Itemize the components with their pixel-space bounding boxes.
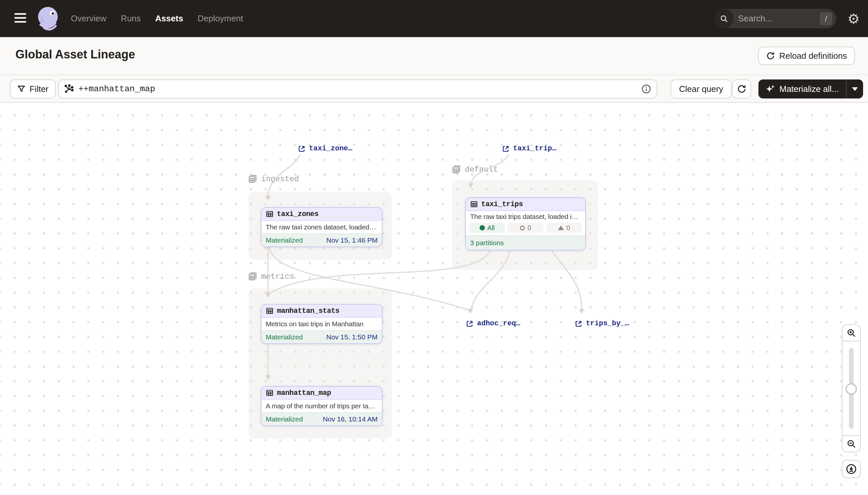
chevron-down-icon: [852, 87, 858, 91]
external-link-icon: [575, 320, 583, 328]
status-badge: Materialized: [266, 236, 303, 244]
materialize-all-button[interactable]: Materialize all...: [758, 80, 863, 99]
asset-node-taxi-trips[interactable]: taxi_trips The raw taxi trips dataset, l…: [465, 197, 586, 251]
materialize-dropdown-button[interactable]: [846, 80, 863, 99]
partitions-all-badge: All: [469, 223, 505, 233]
reload-definitions-button[interactable]: Reload definitions: [758, 47, 855, 65]
page-title: Global Asset Lineage: [15, 48, 135, 62]
dagster-logo-icon: [34, 4, 63, 33]
partitions-failed-badge: 0: [508, 223, 543, 233]
download-icon: [846, 463, 857, 475]
zoom-slider-handle[interactable]: [846, 383, 857, 395]
materialization-timestamp[interactable]: Nov 15, 1:46 PM: [326, 236, 377, 244]
partitions-missing-badge: 0: [546, 223, 582, 233]
page-header: Global Asset Lineage Reload definitions: [0, 37, 868, 75]
asset-name: manhattan_map: [277, 389, 331, 397]
table-icon: [266, 389, 273, 397]
external-asset-link-taxi-trip[interactable]: taxi_trip…: [502, 144, 556, 153]
dagster-app: Overview Runs Assets Deployment / ⚙ Glob…: [0, 0, 868, 495]
lineage-toolbar: Filter Clear query: [0, 75, 868, 103]
zoom-out-button[interactable]: [843, 435, 860, 452]
partition-health-badges: All 0 0: [466, 222, 585, 235]
download-image-button[interactable]: [842, 460, 861, 478]
success-dot-icon: [480, 225, 485, 231]
lineage-query-icon: [64, 84, 74, 94]
asset-node-taxi-zones[interactable]: taxi_zones The raw taxi zones dataset, l…: [261, 207, 383, 247]
search-input[interactable]: [733, 14, 820, 24]
status-badge: Materialized: [266, 333, 303, 341]
nav-item-overview[interactable]: Overview: [71, 14, 106, 24]
refresh-icon: [766, 51, 775, 61]
asset-description: The raw taxi zones dataset, loaded int..…: [262, 221, 382, 233]
zoom-out-icon: [846, 439, 856, 449]
zoom-slider[interactable]: [843, 341, 860, 435]
asset-name: taxi_zones: [277, 210, 319, 218]
zoom-control-panel: [842, 324, 861, 452]
status-badge: Materialized: [266, 415, 303, 423]
asset-node-manhattan-stats[interactable]: manhattan_stats Metrics on taxi trips in…: [261, 304, 383, 344]
clear-query-button[interactable]: Clear query: [671, 80, 731, 99]
asset-query-input[interactable]: [78, 84, 641, 94]
asset-query-box[interactable]: [58, 80, 657, 99]
asset-description: A map of the number of trips per taxi z.…: [262, 400, 382, 412]
external-link-icon: [502, 145, 510, 153]
lineage-edges: [0, 103, 868, 495]
external-link-icon: [466, 320, 474, 328]
asset-description: Metrics on taxi trips in Manhattan: [262, 318, 382, 330]
materialization-timestamp[interactable]: Nov 16, 10:14 AM: [323, 415, 377, 423]
asset-node-manhattan-map[interactable]: manhattan_map A map of the number of tri…: [261, 386, 383, 426]
filter-button[interactable]: Filter: [10, 80, 56, 99]
table-icon: [266, 210, 273, 218]
global-search[interactable]: /: [714, 9, 836, 28]
hamburger-menu-icon[interactable]: [14, 13, 26, 24]
lineage-canvas[interactable]: ingested default metrics: [0, 103, 868, 495]
nav-item-deployment[interactable]: Deployment: [197, 14, 243, 24]
search-icon: [714, 9, 733, 28]
external-asset-link-trips-by[interactable]: trips_by_…: [575, 319, 629, 328]
top-nav-bar: Overview Runs Assets Deployment / ⚙: [0, 0, 868, 37]
external-link-icon: [298, 145, 306, 153]
triangle-icon: [558, 225, 564, 230]
info-icon[interactable]: [641, 84, 652, 94]
asset-name: taxi_trips: [481, 200, 523, 208]
primary-nav: Overview Runs Assets Deployment: [71, 0, 243, 37]
search-shortcut-badge: /: [820, 12, 832, 25]
gear-icon[interactable]: ⚙: [846, 11, 862, 27]
zoom-in-button[interactable]: [843, 325, 860, 341]
asset-name: manhattan_stats: [277, 307, 339, 315]
partitions-count: 3 partitions: [470, 239, 504, 247]
sparkle-icon: [766, 84, 776, 94]
nav-item-runs[interactable]: Runs: [121, 14, 141, 24]
materialization-timestamp[interactable]: Nov 15, 1:50 PM: [326, 333, 377, 341]
table-icon: [266, 307, 273, 315]
funnel-icon: [17, 85, 25, 93]
refresh-query-button[interactable]: [732, 80, 751, 99]
nav-item-assets[interactable]: Assets: [155, 14, 183, 24]
external-asset-link-adhoc-req[interactable]: adhoc_req…: [466, 319, 520, 328]
refresh-icon: [737, 84, 747, 94]
asset-description: The raw taxi trips dataset, loaded into …: [466, 211, 585, 222]
zoom-in-icon: [846, 328, 856, 338]
empty-circle-icon: [520, 225, 525, 231]
table-icon: [470, 200, 478, 208]
external-asset-link-taxi-zone[interactable]: taxi_zone…: [298, 144, 352, 153]
